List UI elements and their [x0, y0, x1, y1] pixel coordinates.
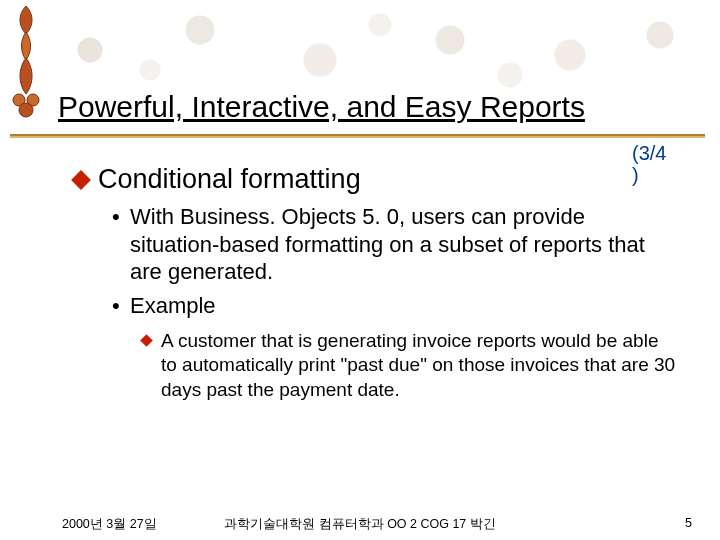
list-item-text: With Business. Objects 5. 0, users can p…	[130, 203, 678, 286]
section-heading-row: Conditional formatting	[78, 164, 678, 195]
slide-title: Powerful, Interactive, and Easy Reports	[58, 90, 698, 124]
list-item: A customer that is generating invoice re…	[142, 329, 678, 402]
title-underline-rule	[10, 134, 705, 138]
list-item: • Example	[112, 292, 678, 320]
list-item: • With Business. Objects 5. 0, users can…	[112, 203, 678, 286]
list-item-text: Example	[130, 292, 216, 320]
mini-diamond-bullet-icon	[140, 334, 153, 347]
footer-center-text: 과학기술대학원 컴퓨터학과 OO 2 COG 17 박긴	[0, 516, 720, 533]
footer-page-number: 5	[685, 516, 692, 530]
diamond-bullet-icon	[71, 170, 91, 190]
slide: Powerful, Interactive, and Easy Reports …	[0, 0, 720, 540]
section-heading: Conditional formatting	[98, 164, 361, 195]
bullet-dot-icon: •	[112, 292, 130, 320]
list-item-text: A customer that is generating invoice re…	[161, 329, 678, 402]
level2-bullet-list: A customer that is generating invoice re…	[142, 329, 678, 402]
page-indicator-line1: (3/4	[632, 142, 672, 164]
content-area: Conditional formatting • With Business. …	[78, 164, 678, 402]
level1-bullet-list: • With Business. Objects 5. 0, users can…	[112, 203, 678, 319]
bullet-dot-icon: •	[112, 203, 130, 286]
